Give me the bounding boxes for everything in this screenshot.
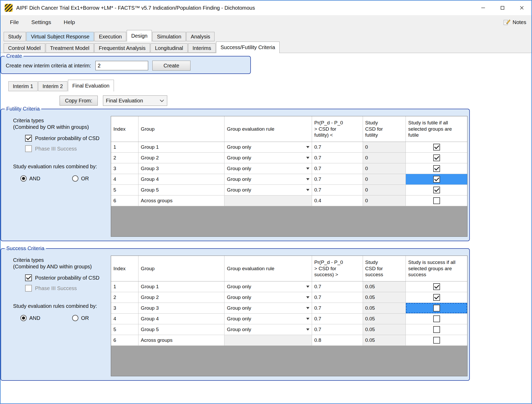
- checkbox-cell[interactable]: [406, 163, 467, 174]
- maximize-button[interactable]: [493, 1, 512, 15]
- close-button[interactable]: [512, 1, 531, 15]
- tab-virtual-subject-response[interactable]: Virtual Subject Response: [26, 32, 94, 41]
- checkbox-cell[interactable]: [406, 174, 467, 184]
- tab-execution[interactable]: Execution: [94, 32, 126, 41]
- row-checkbox[interactable]: [433, 326, 440, 333]
- checkbox-cell[interactable]: [406, 324, 467, 335]
- row-checkbox[interactable]: [433, 315, 440, 322]
- checkbox-cell[interactable]: [406, 314, 467, 324]
- pr-value-cell[interactable]: 0.7: [312, 281, 363, 292]
- table-row: 5 Group 5 Group only 0.7 0.05: [111, 324, 467, 335]
- tab-simulation[interactable]: Simulation: [152, 32, 186, 41]
- rule-dropdown-cell[interactable]: Group only: [224, 163, 312, 174]
- futility-legend: Futility Criteria: [5, 106, 41, 112]
- table-row: 6 Across groups 0.8 0.05: [111, 335, 467, 346]
- rule-dropdown-cell[interactable]: Group only: [224, 292, 312, 303]
- create-button[interactable]: Create: [152, 61, 190, 71]
- and-radio[interactable]: [20, 175, 27, 182]
- checkbox-cell[interactable]: [406, 281, 467, 292]
- checkbox-cell[interactable]: [406, 292, 467, 303]
- pr-value-cell[interactable]: 0.7: [312, 292, 363, 303]
- tab-design[interactable]: Design: [127, 30, 152, 42]
- rule-dropdown-cell[interactable]: Group only: [224, 174, 312, 184]
- or-radio-label: OR: [81, 315, 89, 321]
- rule-dropdown-cell[interactable]: Group only: [224, 142, 312, 152]
- tab-longitudinal[interactable]: Longitudinal: [151, 43, 188, 53]
- notes-button[interactable]: Notes: [503, 19, 526, 26]
- row-checkbox[interactable]: [433, 176, 440, 183]
- rule-dropdown-cell: [224, 195, 312, 206]
- and-radio-label: AND: [29, 315, 40, 321]
- and-radio[interactable]: [20, 315, 27, 321]
- tab-final-evaluation[interactable]: Final Evaluation: [68, 80, 114, 91]
- or-radio[interactable]: [72, 315, 78, 321]
- copy-from-dropdown[interactable]: Final Evaluation: [103, 95, 167, 106]
- rule-dropdown-cell[interactable]: Group only: [224, 314, 312, 324]
- phase3-success-checkbox: [25, 145, 32, 152]
- row-checkbox[interactable]: [433, 144, 440, 151]
- create-legend: Create: [5, 53, 24, 59]
- tab-study[interactable]: Study: [4, 32, 26, 41]
- pr-value-cell[interactable]: 0.7: [312, 174, 363, 184]
- checkbox-cell[interactable]: [406, 153, 467, 163]
- table-row: 6 Across groups 0.4 0: [111, 195, 467, 206]
- rule-dropdown-cell[interactable]: Group only: [224, 185, 312, 195]
- tab-interim-1[interactable]: Interim 1: [8, 81, 38, 91]
- rule-dropdown-cell[interactable]: Group only: [224, 281, 312, 292]
- pr-value-cell[interactable]: 0.7: [312, 324, 363, 335]
- csd-value-cell: 0: [363, 163, 406, 174]
- checkbox-cell[interactable]: [406, 142, 467, 152]
- tab-frequentist-analysis[interactable]: Frequentist Analysis: [94, 43, 150, 53]
- tab-control-model[interactable]: Control Model: [4, 43, 45, 53]
- rule-dropdown-cell[interactable]: Group only: [224, 303, 312, 313]
- menu-bar: File Settings Help Notes: [1, 15, 531, 29]
- pr-value-cell[interactable]: 0.7: [312, 314, 363, 324]
- row-checkbox[interactable]: [433, 283, 440, 290]
- row-checkbox[interactable]: [433, 154, 440, 161]
- index-cell: 2: [111, 153, 138, 163]
- posterior-probability-checkbox[interactable]: [25, 135, 32, 142]
- rule-dropdown-cell[interactable]: Group only: [224, 324, 312, 335]
- tab-analysis[interactable]: Analysis: [186, 32, 215, 41]
- posterior-probability-label: Posterior probability of CSD: [35, 135, 100, 141]
- pr-value-cell[interactable]: 0.4: [312, 195, 363, 206]
- pr-value-cell[interactable]: 0.7: [312, 163, 363, 174]
- row-checkbox[interactable]: [433, 187, 440, 193]
- row-checkbox[interactable]: [433, 305, 440, 311]
- or-radio[interactable]: [72, 175, 78, 182]
- row-checkbox[interactable]: [433, 337, 440, 344]
- row-checkbox[interactable]: [433, 197, 440, 204]
- checkbox-cell[interactable]: [406, 195, 467, 206]
- tab-page-content: Create Create new interim criteria at in…: [1, 53, 531, 403]
- success-options-panel: Criteria types (Combined by AND within g…: [1, 253, 111, 376]
- group-cell: Group 1: [138, 142, 225, 152]
- pr-value-cell[interactable]: 0.7: [312, 185, 363, 195]
- copy-from-button[interactable]: Copy From:: [60, 96, 98, 106]
- minimize-button[interactable]: [473, 1, 493, 15]
- index-cell: 5: [111, 324, 138, 335]
- or-radio-label: OR: [81, 176, 89, 182]
- tab-interim-2[interactable]: Interim 2: [38, 81, 67, 91]
- tab-interims[interactable]: Interims: [188, 43, 216, 53]
- rule-dropdown-cell[interactable]: Group only: [224, 153, 312, 163]
- tab-success-futility-criteria[interactable]: Success/Futility Criteria: [216, 42, 280, 53]
- pr-value-cell[interactable]: 0.7: [312, 153, 363, 163]
- posterior-probability-checkbox[interactable]: [25, 274, 32, 281]
- pr-value-cell[interactable]: 0.7: [312, 303, 363, 313]
- pr-value-cell[interactable]: 0.7: [312, 142, 363, 152]
- csd-value-cell: 0: [363, 195, 406, 206]
- csd-value-cell: 0.05: [363, 292, 406, 303]
- pr-value-cell[interactable]: 0.8: [312, 335, 363, 345]
- checkbox-cell[interactable]: [406, 185, 467, 195]
- row-checkbox[interactable]: [433, 165, 440, 172]
- checkbox-cell[interactable]: [406, 303, 467, 313]
- menu-settings[interactable]: Settings: [25, 15, 57, 29]
- create-interim-input[interactable]: [95, 61, 148, 70]
- checkbox-cell[interactable]: [406, 335, 467, 345]
- row-checkbox[interactable]: [433, 294, 440, 301]
- index-cell: 1: [111, 142, 138, 152]
- menu-file[interactable]: File: [4, 15, 25, 29]
- menu-help[interactable]: Help: [57, 15, 81, 29]
- tab-treatment-model[interactable]: Treatment Model: [46, 43, 94, 53]
- app-icon: [5, 4, 13, 12]
